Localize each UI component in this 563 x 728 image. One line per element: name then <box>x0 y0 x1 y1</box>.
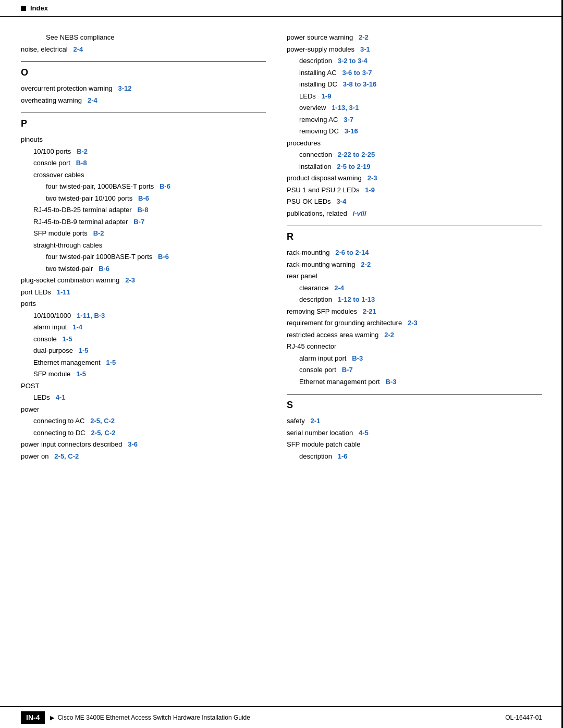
plug-socket-link[interactable]: 2-3 <box>125 276 135 284</box>
psu-description-link[interactable]: 3-2 to 3-4 <box>338 57 368 65</box>
rack-mounting-warning-link[interactable]: 2-2 <box>361 261 371 268</box>
rj45-console-link[interactable]: B-7 <box>342 366 353 374</box>
publications-link[interactable]: i-viii <box>352 209 366 217</box>
port-leds-link[interactable]: 1-11 <box>57 288 70 296</box>
dual-purpose-label: dual-purpose <box>33 347 73 354</box>
four-twisted-1000bt-link[interactable]: B-6 <box>158 253 169 261</box>
rack-mounting-label: rack-mounting <box>287 249 329 256</box>
requirement-grounding-label: requirement for grounding architecture <box>287 319 402 327</box>
power-input-connectors-link[interactable]: 3-6 <box>128 440 138 448</box>
four-twisted-1000bt-label: four twisted-pair 1000BASE-T ports <box>46 253 152 261</box>
rj45-db9-link[interactable]: B-7 <box>133 218 144 226</box>
four-twisted-1000-label: four twisted-pair, 1000BASE-T ports <box>46 182 154 190</box>
sfp-module-link[interactable]: 1-5 <box>76 370 86 378</box>
psu-description-label: description <box>299 57 332 65</box>
ports-10100-1000-entry: 10/100/1000 1-11, B-3 <box>21 311 266 321</box>
rack-mounting-link[interactable]: 2-6 to 2-14 <box>335 249 369 256</box>
psu-ok-leds-link[interactable]: 3-4 <box>336 198 346 205</box>
dual-purpose-link[interactable]: 1-5 <box>79 347 89 354</box>
psu-leds-link[interactable]: 1-9 <box>322 92 332 100</box>
pinouts-console-link[interactable]: B-8 <box>76 159 87 167</box>
psu1-psu2-leds-link[interactable]: 1-9 <box>365 186 375 194</box>
serial-number-link[interactable]: 4-5 <box>359 429 369 437</box>
restricted-access-entry: restricted access area warning 2-2 <box>287 330 542 340</box>
installation-label: installation <box>299 163 331 170</box>
divider-s <box>287 394 542 394</box>
serial-number-entry: serial number location 4-5 <box>287 428 542 438</box>
overheating-label: overheating warning <box>21 96 82 104</box>
power-source-warning-link[interactable]: 2-2 <box>359 33 369 41</box>
pinouts-10100-link[interactable]: B-2 <box>77 147 88 155</box>
connecting-ac-link[interactable]: 2-5, C-2 <box>90 417 115 425</box>
publications-label: publications, related <box>287 209 347 217</box>
psu-overview-label: overview <box>299 104 326 112</box>
top-bar: Index <box>0 0 563 17</box>
right-column: power source warning 2-2 power-supply mo… <box>282 32 542 706</box>
installing-ac-link[interactable]: 3-6 to 3-7 <box>342 69 372 77</box>
power-supply-modules-link[interactable]: 3-1 <box>360 45 370 53</box>
connecting-dc-link[interactable]: 2-5, C-2 <box>91 429 116 437</box>
sfp-patch-description-link[interactable]: 1-6 <box>338 452 348 460</box>
sfp-module-ports-link[interactable]: B-2 <box>93 229 104 237</box>
section-r-header: R <box>287 231 542 242</box>
removing-sfp-link[interactable]: 2-21 <box>363 307 376 315</box>
rj45-ethernet-entry: Ethernet management port B-3 <box>287 377 542 387</box>
power-input-connectors-label: power input connectors described <box>21 440 122 448</box>
footer-title: Cisco ME 3400E Ethernet Access Switch Ha… <box>57 714 250 721</box>
pinouts-console-entry: console port B-8 <box>21 158 266 168</box>
post-entry: POST <box>21 381 266 391</box>
alarm-input-link[interactable]: 1-4 <box>72 323 82 331</box>
rj45-ethernet-link[interactable]: B-3 <box>386 378 397 386</box>
alarm-input-entry: alarm input 1-4 <box>21 322 266 332</box>
product-disposal-entry: product disposal warning 2-3 <box>287 173 542 183</box>
installation-entry: installation 2-5 to 2-19 <box>287 162 542 172</box>
rack-mounting-entry: rack-mounting 2-6 to 2-14 <box>287 248 542 258</box>
product-disposal-link[interactable]: 2-3 <box>368 174 377 182</box>
overheating-link[interactable]: 2-4 <box>88 96 97 104</box>
sfp-module-label: SFP module <box>33 370 70 378</box>
noise-electrical-link[interactable]: 2-4 <box>73 45 83 53</box>
requirement-grounding-entry: requirement for grounding architecture 2… <box>287 318 542 328</box>
dual-purpose-entry: dual-purpose 1-5 <box>21 346 266 356</box>
removing-ac-link[interactable]: 3-7 <box>344 116 353 124</box>
two-twisted-10100-link[interactable]: B-6 <box>138 194 149 202</box>
rear-clearance-link[interactable]: 2-4 <box>334 284 344 292</box>
psu-overview-link[interactable]: 1-13, 3-1 <box>332 104 359 112</box>
restricted-access-link[interactable]: 2-2 <box>384 331 394 339</box>
pinouts-10100-entry: 10/100 ports B-2 <box>21 146 266 157</box>
rj45-db25-entry: RJ-45-to-DB-25 terminal adapter B-8 <box>21 205 266 215</box>
rear-clearance-entry: clearance 2-4 <box>287 283 542 293</box>
rear-panel-label: rear panel <box>287 272 317 280</box>
psu1-psu2-leds-entry: PSU 1 and PSU 2 LEDs 1-9 <box>287 185 542 195</box>
removing-dc-link[interactable]: 3-16 <box>345 127 358 135</box>
two-twisted-link[interactable]: B-6 <box>99 265 109 273</box>
post-leds-link[interactable]: 4-1 <box>56 393 66 401</box>
console-link[interactable]: 1-5 <box>63 335 72 343</box>
power-on-link[interactable]: 2-5, C-2 <box>54 452 79 460</box>
noise-electrical-entry: noise, electrical 2-4 <box>21 44 266 55</box>
ports-10100-1000-link[interactable]: 1-11, B-3 <box>77 312 105 319</box>
safety-entry: safety 2-1 <box>287 416 542 426</box>
post-leds-entry: LEDs 4-1 <box>21 392 266 403</box>
installing-dc-link[interactable]: 3-8 to 3-16 <box>343 80 376 88</box>
black-square-icon <box>21 6 26 11</box>
two-twisted-10100-label: two twisted-pair 10/100 ports <box>46 194 132 202</box>
rj45-db25-link[interactable]: B-8 <box>137 206 148 214</box>
power-on-label: power on <box>21 452 48 460</box>
requirement-grounding-link[interactable]: 2-3 <box>408 319 418 327</box>
rj45-console-entry: console port B-7 <box>287 365 542 375</box>
psu-description-entry: description 3-2 to 3-4 <box>287 56 542 66</box>
safety-link[interactable]: 2-1 <box>311 417 321 425</box>
connection-link[interactable]: 2-22 to 2-25 <box>338 151 375 158</box>
rj45-alarm-input-link[interactable]: B-3 <box>352 354 363 362</box>
installation-link[interactable]: 2-5 to 2-19 <box>337 163 370 170</box>
rear-description-link[interactable]: 1-12 to 1-13 <box>338 295 375 303</box>
four-twisted-1000-link[interactable]: B-6 <box>160 182 170 190</box>
plug-socket-entry: plug-socket combination warning 2-3 <box>21 275 266 286</box>
connecting-dc-label: connecting to DC <box>33 429 85 437</box>
ethernet-mgmt-link[interactable]: 1-5 <box>106 359 116 366</box>
overcurrent-link[interactable]: 3-12 <box>118 84 131 92</box>
footer-doc-number: OL-16447-01 <box>505 714 542 721</box>
rear-description-entry: description 1-12 to 1-13 <box>287 294 542 305</box>
power-source-warning-label: power source warning <box>287 33 353 41</box>
